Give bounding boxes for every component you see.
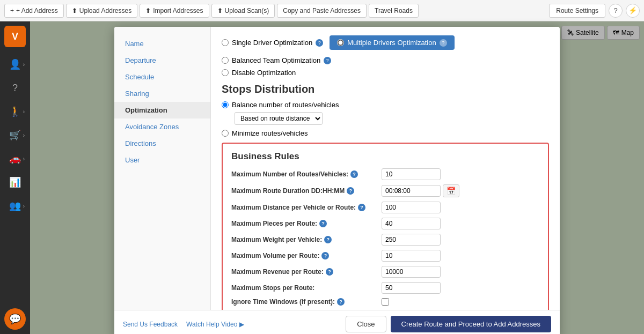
max-weight-input[interactable] (382, 234, 441, 246)
nav-item-schedule[interactable]: Schedule (114, 69, 210, 85)
flash-icon-btn[interactable]: ⚡ (626, 4, 640, 18)
app-logo[interactable]: V (4, 26, 26, 47)
max-stops-row: Maximum Stops per Route: (231, 282, 539, 294)
balance-routes-option[interactable]: Balance number of routes/vehicles (222, 101, 549, 109)
sidebar-item-routing[interactable]: 🚶 (4, 101, 26, 122)
optimization-options: Single Driver Optimization ? Multiple Dr… (222, 35, 549, 64)
max-revenue-row: Maximum Revenue per Route: ? (231, 266, 539, 278)
balance-routes-radio[interactable] (222, 101, 229, 108)
sidebar: V 👤 ? 🚶 🛒 🚗 📊 👥 💬 (0, 21, 30, 334)
nav-item-avoidance[interactable]: Avoidance Zones (114, 118, 210, 135)
sidebar-item-users[interactable]: 👤 (4, 54, 26, 75)
sidebar-item-analytics[interactable]: 📊 (4, 172, 26, 193)
max-routes-help-icon[interactable]: ? (350, 170, 358, 178)
max-volume-help-icon[interactable]: ? (321, 252, 329, 259)
nav-item-directions[interactable]: Directions (114, 135, 210, 152)
business-rules-section: Business Rules Maximum Number of Routes/… (222, 143, 549, 310)
modal-nav: Name Departure Schedule Sharing Optimiza… (114, 27, 211, 310)
max-distance-row: Maximum Distance per Vehicle or Route: ? (231, 202, 539, 213)
multiple-drivers-radio[interactable] (337, 39, 344, 46)
max-distance-input[interactable] (382, 202, 441, 213)
max-volume-input[interactable] (382, 250, 441, 262)
create-route-button[interactable]: Create Route and Proceed to Add Addresse… (391, 316, 551, 332)
max-weight-label: Maximum Weight per Vehicle: ? (231, 236, 382, 243)
upload-addresses-button[interactable]: ⬆ Upload Addresses (66, 4, 137, 18)
max-distance-label: Maximum Distance per Vehicle or Route: ? (231, 204, 382, 211)
watch-video-link[interactable]: Watch Help Video ▶ (186, 321, 244, 328)
max-distance-help-icon[interactable]: ? (358, 204, 365, 211)
max-routes-row: Maximum Number of Routes/Vehicles: ? (231, 168, 539, 180)
max-routes-label: Maximum Number of Routes/Vehicles: ? (231, 170, 382, 178)
max-volume-row: Maximum Volume per Route: ? (231, 250, 539, 262)
nav-item-departure[interactable]: Departure (114, 52, 210, 69)
ignore-time-windows-checkbox[interactable] (382, 298, 389, 306)
max-pieces-label: Maximum Pieces per Route: ? (231, 220, 382, 227)
balanced-team-radio[interactable] (222, 57, 229, 64)
max-duration-help-icon[interactable]: ? (347, 187, 354, 195)
scan-icon: ⬆ (217, 7, 223, 14)
max-pieces-row: Maximum Pieces per Route: ? (231, 218, 539, 229)
close-button[interactable]: Close (346, 316, 386, 332)
ignore-time-windows-label: Ignore Time Windows (if present): ? (231, 298, 382, 306)
max-duration-label: Maximum Route Duration DD:HH:MM ? (231, 187, 382, 195)
single-driver-radio[interactable] (222, 39, 229, 46)
calendar-icon-button[interactable]: 📅 (443, 184, 459, 197)
add-address-button[interactable]: + + Add Address (4, 4, 64, 18)
nav-item-sharing[interactable]: Sharing (114, 85, 210, 102)
balanced-team-help-icon[interactable]: ? (324, 57, 331, 64)
nav-item-name[interactable]: Name (114, 35, 210, 52)
max-routes-input[interactable] (382, 168, 441, 180)
video-icon: ▶ (239, 321, 244, 328)
ignore-tw-help-icon[interactable]: ? (337, 298, 345, 306)
route-settings-modal: Name Departure Schedule Sharing Optimiza… (114, 27, 560, 334)
max-weight-help-icon[interactable]: ? (324, 236, 332, 243)
modal-overlay: Name Departure Schedule Sharing Optimiza… (30, 21, 644, 334)
add-icon: + (10, 7, 14, 14)
toolbar: + + Add Address ⬆ Upload Addresses ⬆ Imp… (0, 0, 644, 21)
max-volume-label: Maximum Volume per Route: ? (231, 252, 382, 259)
single-driver-help-icon[interactable]: ? (316, 39, 323, 47)
chat-icon[interactable]: 💬 (4, 308, 26, 330)
import-icon: ⬆ (145, 7, 151, 14)
import-addresses-button[interactable]: ⬆ Import Addresses (140, 4, 209, 18)
nav-item-optimization[interactable]: Optimization (114, 102, 210, 118)
modal-footer: Send Us Feedback Watch Help Video ▶ Clos… (114, 310, 560, 334)
sidebar-item-help[interactable]: ? (4, 77, 26, 99)
minimize-routes-radio[interactable] (222, 130, 229, 137)
max-revenue-label: Maximum Revenue per Route: ? (231, 268, 382, 276)
minimize-routes-option[interactable]: Minimize routes/vehicles (222, 129, 549, 137)
send-feedback-link[interactable]: Send Us Feedback (123, 321, 178, 328)
sidebar-item-team[interactable]: 👥 (4, 195, 26, 217)
multiple-drivers-option[interactable]: Multiple Drivers Optimization ? (330, 35, 454, 50)
modal-main-content: Single Driver Optimization ? Multiple Dr… (211, 27, 560, 310)
sidebar-item-orders[interactable]: 🛒 (4, 124, 26, 146)
single-driver-option[interactable]: Single Driver Optimization ? (222, 39, 323, 47)
copy-paste-button[interactable]: Copy and Paste Addresses (277, 4, 367, 18)
route-settings-button[interactable]: Route Settings (549, 4, 605, 18)
nav-item-user[interactable]: User (114, 152, 210, 168)
max-duration-input[interactable] (382, 185, 441, 197)
balanced-team-option[interactable]: Balanced Team Optimization ? (222, 56, 331, 64)
max-stops-input[interactable] (382, 282, 441, 294)
max-duration-row: Maximum Route Duration DD:HH:MM ? 📅 (231, 184, 539, 197)
footer-actions: Close Create Route and Proceed to Add Ad… (346, 316, 551, 332)
ignore-time-windows-row: Ignore Time Windows (if present): ? (231, 298, 539, 306)
disable-opt-radio[interactable] (222, 69, 229, 76)
business-rules-title: Business Rules (231, 151, 539, 162)
max-revenue-help-icon[interactable]: ? (326, 268, 333, 276)
duration-input-group: 📅 (382, 184, 459, 197)
stops-distribution-title: Stops Distribution (222, 83, 549, 95)
footer-links: Send Us Feedback Watch Help Video ▶ (123, 321, 244, 328)
max-pieces-help-icon[interactable]: ? (319, 220, 327, 227)
max-pieces-input[interactable] (382, 218, 441, 229)
help-icon-btn[interactable]: ? (609, 4, 623, 18)
sidebar-item-vehicles[interactable]: 🚗 (4, 148, 26, 169)
max-stops-label: Maximum Stops per Route: (231, 284, 382, 292)
multiple-drivers-help-icon[interactable]: ? (440, 39, 447, 47)
max-revenue-input[interactable] (382, 266, 441, 278)
travel-roads-button[interactable]: Travel Roads (369, 4, 419, 18)
upload-scans-button[interactable]: ⬆ Upload Scan(s) (211, 4, 275, 18)
disable-optimization-option[interactable]: Disable Optimization (222, 69, 549, 77)
route-distance-dropdown[interactable]: Based on route distance (235, 112, 323, 125)
max-weight-row: Maximum Weight per Vehicle: ? (231, 234, 539, 246)
